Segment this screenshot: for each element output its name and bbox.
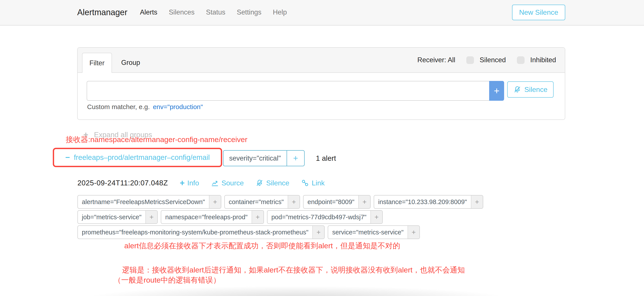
screenshot-bottom-fade (0, 282, 644, 296)
alert-label-add-filter-button[interactable]: + (288, 196, 300, 208)
link-chain-icon (301, 179, 309, 187)
annotation-line2: 逻辑是：接收器收到alert后进行通知，如果alert不在接收器下，说明接收器没… (122, 265, 465, 275)
add-matcher-button[interactable]: + (489, 81, 504, 101)
receiver-filter-label[interactable]: Receiver: All (418, 56, 455, 64)
group-matcher: severity="critical" + (223, 150, 304, 166)
silenced-toggle[interactable]: Silenced (466, 56, 506, 64)
alert-label-add-filter-button[interactable]: + (146, 211, 157, 224)
alert-label-text: instance="10.233.98.209:8009" (374, 196, 471, 208)
alert-meta-row: 2025-09-24T11:20:07.048Z + Info Source (78, 177, 325, 189)
silence-filter-label: Silence (524, 86, 548, 94)
alert-label-add-filter-button[interactable]: + (252, 211, 264, 224)
alert-silence-label: Silence (266, 179, 289, 187)
bell-slash-icon (513, 86, 521, 94)
alert-label-add-filter-button[interactable]: + (370, 211, 382, 224)
nav-item[interactable]: Silences (167, 7, 196, 18)
navbar: Alertmanager Alerts Silences Status Sett… (0, 0, 644, 26)
alert-label-text: alertname="FreeleapsMetricsServiceDown" (78, 196, 209, 208)
alert-label-text: service="metrics-service" (328, 226, 407, 238)
alert-label-tag[interactable]: service="metrics-service" + (328, 226, 420, 239)
alert-label-tag[interactable]: pod="metrics-77d9cdb497-wdsj7" + (267, 210, 383, 224)
group-matcher-label[interactable]: severity="critical" (224, 151, 286, 166)
receiver-group-button[interactable]: − freeleaps–prod/alertmanager–config/ema… (53, 148, 222, 167)
alert-labels: alertname="FreeleapsMetricsServiceDown" … (78, 195, 506, 239)
alertmanager-page: Alertmanager Alerts Silences Status Sett… (0, 0, 644, 296)
filter-card-header: Filter Group Receiver: All Silenced Inhi… (78, 48, 565, 73)
collapse-minus-icon: − (65, 154, 70, 162)
annotation-receiver-note: 接收器:namespace/altermanager-config-name/r… (66, 134, 248, 145)
nav-item[interactable]: Help (271, 7, 288, 18)
alert-label-text: container="metrics" (225, 196, 288, 208)
alert-label-add-filter-button[interactable]: + (312, 226, 324, 238)
tab-filter[interactable]: Filter (82, 53, 112, 73)
alert-label-text: endpoint="8009" (304, 196, 358, 208)
alert-label-add-filter-button[interactable]: + (408, 226, 420, 238)
alert-label-tag[interactable]: job="metrics-service" + (78, 210, 158, 224)
navbar-brand[interactable]: Alertmanager (77, 8, 127, 17)
alert-label-tag[interactable]: alertname="FreeleapsMetricsServiceDown" … (78, 195, 221, 209)
filter-card: Filter Group Receiver: All Silenced Inhi… (77, 47, 565, 120)
alert-label-tag[interactable]: instance="10.233.98.209:8009" + (374, 195, 483, 209)
alert-label-text: prometheus="freeleaps-monitoring-system/… (78, 226, 312, 238)
alert-count: 1 alert (316, 150, 336, 166)
alert-source-label: Source (222, 179, 244, 187)
silenced-checkbox[interactable] (466, 56, 474, 64)
matcher-example-link[interactable]: env="production" (153, 103, 203, 110)
alert-label-text: job="metrics-service" (78, 211, 146, 224)
receiver-group-name: freeleaps–prod/alertmanager–config/email (74, 153, 210, 162)
plus-icon: + (180, 179, 184, 187)
silenced-label: Silenced (480, 56, 506, 64)
annotation-line1: alert信息必须在接收器下才表示配置成功，否则即使能看到alert，但是通知是… (124, 241, 400, 251)
alert-label-tag[interactable]: container="metrics" + (224, 195, 300, 209)
tab-group[interactable]: Group (116, 53, 145, 72)
alert-info-label: Info (188, 179, 199, 187)
alert-label-text: pod="metrics-77d9cdb497-wdsj7" (268, 211, 370, 224)
alert-timestamp: 2025-09-24T11:20:07.048Z (78, 179, 168, 187)
alert-source-link[interactable]: Source (211, 179, 244, 187)
alert-link-button[interactable]: Link (301, 179, 325, 187)
alert-silence-button[interactable]: Silence (256, 179, 289, 187)
custom-matcher-hint: Custom matcher, e.g. env="production" (87, 103, 203, 110)
alert-label-tag[interactable]: prometheus="freeleaps-monitoring-system/… (78, 226, 325, 239)
alert-label-tag[interactable]: namespace="freeleaps-prod" + (161, 210, 264, 224)
alert-label-text: namespace="freeleaps-prod" (161, 211, 252, 224)
nav-links: Alerts Silences Status Settings Help (138, 7, 288, 18)
new-silence-button[interactable]: New Silence (512, 4, 565, 20)
inhibited-checkbox[interactable] (517, 56, 524, 64)
silence-filter-button[interactable]: Silence (507, 81, 554, 98)
alert-label-add-filter-button[interactable]: + (209, 196, 221, 208)
header-controls: Receiver: All Silenced Inhibited (418, 48, 556, 72)
inhibited-toggle[interactable]: Inhibited (517, 56, 556, 64)
alert-label-add-filter-button[interactable]: + (471, 196, 483, 208)
group-matcher-plus-button[interactable]: + (286, 151, 304, 166)
navbar-inner: Alertmanager Alerts Silences Status Sett… (77, 0, 565, 25)
chart-line-icon (211, 179, 219, 187)
hint-text: Custom matcher, e.g. (87, 103, 150, 110)
alert-label-add-filter-button[interactable]: + (358, 196, 370, 208)
inhibited-label: Inhibited (530, 56, 556, 64)
matcher-filter-input[interactable] (87, 81, 489, 101)
bell-slash-icon (256, 179, 264, 187)
alert-label-tag[interactable]: endpoint="8009" + (303, 195, 370, 209)
alert-link-label: Link (312, 179, 325, 187)
nav-item[interactable]: Alerts (138, 7, 159, 18)
alert-info-button[interactable]: + Info (180, 179, 199, 187)
nav-item[interactable]: Status (204, 7, 227, 18)
nav-item[interactable]: Settings (235, 7, 263, 18)
